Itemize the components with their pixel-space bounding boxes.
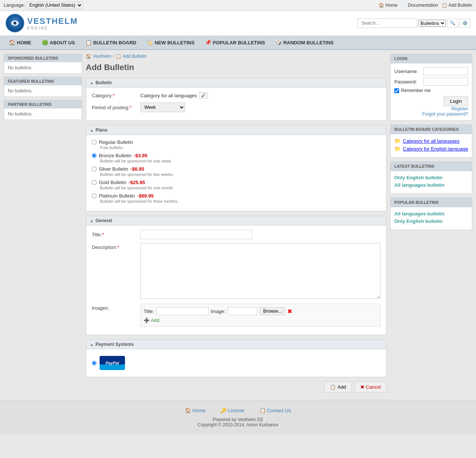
add-button-icon: 📋 bbox=[330, 384, 336, 390]
general-collapse-icon[interactable]: ▲ bbox=[90, 219, 94, 223]
footer-license-icon: 🔑 bbox=[220, 408, 226, 413]
title-input[interactable] bbox=[140, 230, 252, 239]
breadcrumb-home-link[interactable]: Vesthelm bbox=[93, 54, 111, 59]
folder-all-icon: 📁 bbox=[394, 138, 401, 144]
username-label: Username: bbox=[394, 69, 418, 74]
period-select[interactable]: Week Day Two Weeks Month Three Months bbox=[140, 102, 185, 112]
nav-new-bulletins[interactable]: 🏷️ NEW BULLETINS bbox=[141, 36, 200, 49]
register-link[interactable]: Register bbox=[394, 106, 468, 111]
search-type-select[interactable]: Bulletins bbox=[419, 20, 446, 27]
plan-platinum: Platinum Bulletin -$69.95 Bulletin will … bbox=[92, 193, 381, 203]
settings-button[interactable]: ⚙️ bbox=[460, 19, 470, 28]
home-nav-icon: 🏠 bbox=[9, 40, 15, 45]
language-dropdown[interactable]: English (United States) bbox=[26, 1, 83, 9]
plan-platinum-radio[interactable] bbox=[92, 193, 97, 198]
plan-bronze-radio[interactable] bbox=[92, 153, 97, 158]
breadcrumb-add-icon: 📋 bbox=[116, 54, 121, 59]
login-box: LOGIN Username: Password: Remember me Lo… bbox=[390, 54, 472, 121]
popular-all-languages-link[interactable]: All languages bulletin bbox=[394, 211, 468, 217]
nav-random-bulletins[interactable]: 🎲 RANDOM BULLETINS bbox=[270, 36, 339, 49]
cancel-button-icon: ✖ bbox=[360, 384, 364, 390]
popular-english-link[interactable]: Only English bulletin bbox=[394, 218, 468, 224]
copyright: Copyright © 2010-2014, Anton Kurbanov bbox=[7, 422, 469, 427]
nav-about-us[interactable]: 🟢 ABOUT US bbox=[37, 36, 80, 49]
language-selector[interactable]: Language: English (United States) bbox=[4, 1, 83, 9]
latest-bulletins-box: LATEST BULLETINS Only English bulletin A… bbox=[390, 161, 472, 194]
top-documentation-link[interactable]: 📄 Documentation bbox=[401, 3, 438, 8]
footer-home-link[interactable]: 🏠 Home bbox=[185, 408, 206, 413]
description-textarea[interactable] bbox=[140, 243, 381, 299]
general-section-body: Title:* Description:* bbox=[86, 225, 386, 335]
username-input[interactable] bbox=[423, 67, 468, 75]
plans-collapse-icon[interactable]: ▲ bbox=[90, 128, 94, 132]
latest-all-languages-link[interactable]: All languages bulletin bbox=[394, 182, 468, 188]
password-input[interactable] bbox=[423, 78, 468, 86]
nav-home[interactable]: 🏠 HOME bbox=[4, 36, 37, 49]
remove-image-button[interactable]: ✖ bbox=[287, 308, 292, 315]
remember-label: Remember me bbox=[401, 88, 430, 93]
title-control bbox=[140, 230, 381, 239]
login-content: Username: Password: Remember me Login Re… bbox=[391, 63, 472, 120]
category-all-languages: 📁 Category for all languages bbox=[394, 138, 468, 144]
plan-gold-label[interactable]: Gold Bulletin -$25.95 bbox=[92, 180, 381, 185]
forgot-password-link[interactable]: Forgot your password? bbox=[394, 111, 468, 117]
bulletin-collapse-icon[interactable]: ▲ bbox=[90, 81, 94, 85]
search-input[interactable] bbox=[357, 18, 417, 28]
description-label: Description:* bbox=[92, 243, 140, 250]
login-button[interactable]: Login bbox=[444, 96, 468, 106]
remember-checkbox[interactable] bbox=[394, 88, 399, 93]
plan-regular-name: Regular Bulletin bbox=[99, 139, 133, 145]
browse-button[interactable]: Browse... bbox=[260, 307, 285, 315]
description-control bbox=[140, 243, 381, 300]
title-label: Title:* bbox=[92, 232, 140, 237]
footer-links: 🏠 Home 🔑 License 📋 Contact Us bbox=[7, 408, 469, 413]
latest-english-link[interactable]: Only English bulletin bbox=[394, 175, 468, 180]
plan-regular-radio[interactable] bbox=[92, 140, 97, 145]
new-nav-icon: 🏷️ bbox=[147, 40, 153, 45]
plan-regular-label[interactable]: Regular Bulletin bbox=[92, 139, 381, 145]
images-row: Images: Title: Image: Browse... ✖ bbox=[92, 304, 381, 326]
category-english: 📁 Category for English language bbox=[394, 146, 468, 152]
image-image-static-label: Image: bbox=[211, 309, 226, 314]
breadcrumb-current-link[interactable]: Add Bulletin bbox=[123, 54, 147, 59]
remember-row: Remember me bbox=[394, 88, 468, 93]
latest-title: LATEST BULLETINS bbox=[391, 162, 472, 171]
search-button[interactable]: 🔍 bbox=[447, 19, 458, 28]
title-row: Title:* bbox=[92, 230, 381, 239]
top-home-link[interactable]: 🏠 Home bbox=[379, 3, 397, 8]
about-nav-icon: 🟢 bbox=[42, 40, 48, 45]
plan-gold-radio[interactable] bbox=[92, 180, 97, 185]
sponsored-title: SPONSORED BULLETINS bbox=[4, 54, 82, 62]
image-file-input[interactable] bbox=[228, 307, 257, 315]
add-button[interactable]: 📋 Add bbox=[324, 382, 351, 392]
plan-bronze-label[interactable]: Bronze Bulletin -$3.95 bbox=[92, 153, 381, 158]
plan-silver-label[interactable]: Silver Bulletin -$6.95 bbox=[92, 166, 381, 172]
category-edit-button[interactable]: 🖊 bbox=[199, 92, 208, 99]
bulletin-section: ▲ Bulletin Category:* Category for all l… bbox=[86, 78, 386, 121]
top-add-bulletin-link[interactable]: 📋 Add Bulletin bbox=[442, 3, 472, 8]
payment-section-label: Payment Systems bbox=[95, 342, 134, 347]
general-section-label: General bbox=[95, 218, 112, 223]
general-section: ▲ General Title:* Description:* bbox=[86, 216, 386, 335]
category-all-link[interactable]: Category for all languages bbox=[403, 138, 460, 144]
powered-by: Powered by Vesthelm EE bbox=[7, 417, 469, 422]
nav-bulletin-board[interactable]: 📋 BULLETIN BOARD bbox=[80, 36, 142, 49]
board-nav-icon: 📋 bbox=[85, 40, 92, 45]
payment-section-header: ▲ Payment Systems bbox=[86, 340, 386, 349]
plan-silver-desc: Bulletin will be sponsored for two weeks… bbox=[100, 172, 381, 177]
paypal-radio[interactable] bbox=[92, 361, 97, 366]
payment-collapse-icon[interactable]: ▲ bbox=[90, 342, 94, 347]
plan-gold-name: Gold Bulletin bbox=[99, 180, 126, 185]
nav-popular-bulletins[interactable]: 📌 POPULAR BULLETINS bbox=[200, 36, 270, 49]
footer-contact-link[interactable]: 📋 Contact Us bbox=[260, 408, 291, 413]
cancel-button[interactable]: ✖ Cancel bbox=[355, 382, 386, 392]
category-english-link[interactable]: Category for English language bbox=[403, 146, 468, 152]
popular-content: All languages bulletin Only English bull… bbox=[391, 207, 472, 230]
image-title-input[interactable] bbox=[156, 307, 209, 315]
plan-silver-radio[interactable] bbox=[92, 167, 97, 171]
plan-bronze-price: -$3.95 bbox=[134, 153, 147, 158]
plan-platinum-label[interactable]: Platinum Bulletin -$69.95 bbox=[92, 193, 381, 199]
add-image-button[interactable]: ➕ Add bbox=[144, 318, 159, 323]
categories-title: BULLETIN BOARD CATEGORIES bbox=[391, 125, 472, 134]
footer-license-link[interactable]: 🔑 License bbox=[220, 408, 245, 413]
